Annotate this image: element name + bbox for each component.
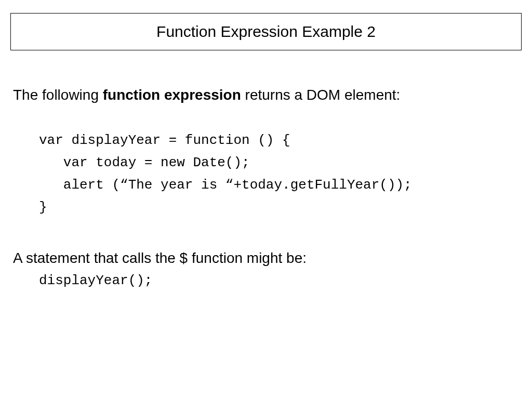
intro-paragraph: The following function expression return… [10, 87, 522, 103]
intro-bold: function expression [103, 87, 241, 103]
code-line-1: var displayYear = function () { [39, 132, 290, 148]
intro-prefix: The following [13, 87, 103, 103]
code-line-3: alert (“The year is “+today.getFullYear(… [39, 177, 412, 193]
code-block: var displayYear = function () { var toda… [10, 129, 522, 219]
call-code: displayYear(); [10, 273, 522, 288]
intro-suffix: returns a DOM element: [241, 87, 401, 103]
code-line-4: } [39, 200, 47, 215]
statement-paragraph: A statement that calls the $ function mi… [10, 250, 522, 267]
code-line-2: var today = new Date(); [39, 155, 250, 170]
title-box: Function Expression Example 2 [10, 13, 522, 50]
slide-title: Function Expression Example 2 [21, 23, 511, 41]
